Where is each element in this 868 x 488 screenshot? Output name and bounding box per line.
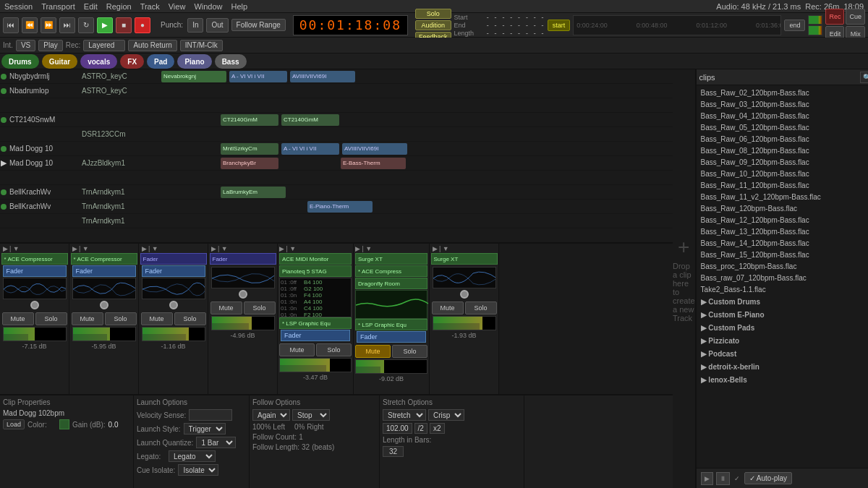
clip-item[interactable]: Bass_Raw_06_120bpm-Bass.flac <box>698 133 868 145</box>
transport-loop[interactable]: ↻ <box>78 17 94 33</box>
color-swatch[interactable] <box>59 419 69 429</box>
menu-view[interactable]: View <box>169 2 186 11</box>
launch-style-select[interactable]: Trigger Gate Toggle <box>184 423 226 435</box>
clip-item[interactable]: Bass_Raw_12_120bpm-Bass.flac <box>698 214 868 226</box>
drums-pill[interactable]: Drums <box>1 54 39 69</box>
clip-item[interactable]: Bass_Raw_04_120bpm-Bass.flac <box>698 110 868 121</box>
plugin-pianoteq[interactable]: Pianoteq 5 STAG <box>279 265 352 277</box>
crisp-select[interactable]: Crisp <box>428 409 464 421</box>
pad-pill[interactable]: Pad <box>147 54 174 69</box>
autoplay-button[interactable]: ✓ Auto-play <box>744 472 792 484</box>
cue-isolate-select[interactable]: Isolate Follow <box>178 464 218 476</box>
plugin-lsp-eq-6[interactable]: * LSP Graphic Equ <box>355 319 427 330</box>
track-clip[interactable]: CT2140GmM <box>281 114 339 126</box>
mute-7[interactable]: Mute <box>432 301 464 314</box>
track-clip[interactable]: A - VI VI i VII <box>229 71 287 82</box>
solo-7[interactable]: Solo <box>465 301 497 314</box>
transport-stop[interactable]: ■ <box>116 17 132 33</box>
follow-action-2[interactable]: Stop Again <box>292 409 330 421</box>
clip-item[interactable]: Bass_Raw_11_120bpm-Bass.flac <box>698 179 868 191</box>
transport-ffwd[interactable]: ⏩ <box>41 17 56 33</box>
punch-in-button[interactable]: In <box>187 18 203 33</box>
bass-pill[interactable]: Bass <box>215 54 247 69</box>
plugin-slot-ace-comp-2[interactable]: * ACE Compressor <box>71 253 137 265</box>
rec-transport-btn[interactable]: Rec <box>825 9 844 25</box>
solo-6[interactable]: Solo <box>392 345 427 358</box>
play-button[interactable]: Play <box>38 40 62 51</box>
punch-out-button[interactable]: Out <box>206 18 228 33</box>
clip-item[interactable]: Take2_Bass-1.1.flac <box>698 283 868 295</box>
solo-button[interactable]: Solo <box>415 9 451 19</box>
play-icon[interactable]: ▶ <box>701 472 713 485</box>
track-clip[interactable]: Nevabrokgnj <box>161 71 226 82</box>
audition-button[interactable]: Audition <box>415 20 451 30</box>
fader-2[interactable]: Fader <box>72 265 136 277</box>
track-clip[interactable]: AVIIIIVIIVI69I <box>290 71 355 82</box>
pause-icon[interactable]: ⏸ <box>716 472 730 485</box>
track-clip[interactable]: A - VI VI i VII <box>281 143 339 155</box>
clip-item[interactable]: Bass_raw_07_120bpm-Bass.flac <box>698 272 868 283</box>
fader-3[interactable]: Fader <box>142 265 205 277</box>
clip-item[interactable]: Bass_Raw_120bpm-Bass.flac <box>698 202 868 214</box>
folder-lenox[interactable]: ▶ lenox-Bells <box>698 373 868 386</box>
folder-custom-pads[interactable]: ▶ Custom Pads <box>698 321 868 334</box>
plugin-slot-ace-comp-1[interactable]: * ACE Compressor <box>1 253 68 265</box>
solo-2[interactable]: Solo <box>105 312 137 325</box>
mute-1[interactable]: Mute <box>2 312 34 325</box>
folder-pizzicato[interactable]: ▶ Pizzicato <box>698 334 868 347</box>
solo-1[interactable]: Solo <box>35 312 67 325</box>
plugin-surge-xt-7[interactable]: Surge XT <box>431 253 498 265</box>
solo-4[interactable]: Solo <box>244 301 276 314</box>
menu-help[interactable]: Help <box>231 2 248 11</box>
plugin-dragonfly-room[interactable]: Dragonfly Room <box>355 278 427 289</box>
folder-detroit[interactable]: ▶ detroit-x-berlin <box>698 360 868 373</box>
legato-select[interactable]: Legato Staccato <box>169 450 216 462</box>
follow-action-1[interactable]: Again Stop Next <box>252 409 290 421</box>
menu-transport[interactable]: Transport <box>41 2 75 11</box>
int-clk-button[interactable]: INT/M-Clk <box>180 40 223 51</box>
plugin-ace-comp-6[interactable]: * ACE Compress <box>355 265 427 277</box>
plugin-surge-xt-6[interactable]: Surge XT <box>355 253 427 265</box>
transport-record[interactable]: ● <box>135 17 150 33</box>
clip-item[interactable]: Bass_Raw_02_120bpm-Bass.flac <box>698 87 868 98</box>
auto-return-button[interactable]: Auto Return <box>128 40 176 51</box>
mute-6[interactable]: Mute <box>355 345 391 358</box>
clip-item[interactable]: Bass_Raw_15_120bpm-Bass.flac <box>698 249 868 260</box>
clip-item[interactable]: Bass_Raw_08_120bpm-Bass.flac <box>698 145 868 156</box>
track-clip[interactable]: LaBrumkyEm <box>221 187 286 198</box>
folder-podcast[interactable]: ▶ Podcast <box>698 347 868 360</box>
transport-end[interactable]: ⏭ <box>59 17 75 33</box>
plugin-fader-4[interactable]: Fader <box>210 253 276 265</box>
track-clip[interactable]: E-Piano-Therm <box>307 201 373 213</box>
clip-item[interactable]: Bass_Raw_13_120bpm-Bass.flac <box>698 226 868 237</box>
vs-button[interactable]: VS <box>16 40 35 51</box>
clip-item[interactable]: Bass_Raw_14_120bpm-Bass.flac <box>698 237 868 249</box>
plugin-ace-midi[interactable]: ACE MIDI Monitor <box>279 253 352 265</box>
plugin-fader-3a[interactable]: Fader <box>140 253 207 265</box>
menu-window[interactable]: Window <box>194 2 222 11</box>
track-clip[interactable]: BranchpkyBr <box>221 158 278 169</box>
folder-custom-drums[interactable]: ▶ Custom Drums <box>698 295 868 308</box>
track-clip[interactable]: CT2140GmM <box>221 114 278 126</box>
fader-1[interactable]: Fader <box>3 265 67 277</box>
solo-5[interactable]: Solo <box>316 343 352 356</box>
mute-2[interactable]: Mute <box>72 312 103 325</box>
track-clip[interactable]: E-Bass-Therm <box>341 158 406 169</box>
mute-3[interactable]: Mute <box>141 312 173 325</box>
track-clip[interactable]: MntlSzrkyCm <box>221 143 278 155</box>
menu-track[interactable]: Track <box>140 2 160 11</box>
fx-pill[interactable]: FX <box>120 54 144 69</box>
velocity-input[interactable] <box>189 409 232 421</box>
fader-5[interactable]: Fader <box>281 330 350 341</box>
clip-item[interactable]: Bass_Raw_11_v2_120bpm-Bass.flac <box>698 191 868 202</box>
mute-5[interactable]: Mute <box>279 343 315 356</box>
track-clip[interactable]: AVIIIIVIIVI69I <box>342 143 407 155</box>
stretch-select[interactable]: Stretch <box>383 409 426 421</box>
folder-custom-epiano[interactable]: ▶ Custom E-Piano <box>698 308 868 321</box>
clip-item[interactable]: Bass_Raw_05_120bpm-Bass.flac <box>698 121 868 133</box>
start-button[interactable]: start <box>548 20 571 31</box>
transport-play[interactable]: ▶ <box>97 17 113 33</box>
layered-button[interactable]: Layered <box>83 40 125 51</box>
clip-item[interactable]: Bass_Raw_09_120bpm-Bass.flac <box>698 156 868 168</box>
vocals-pill[interactable]: vocals <box>80 54 117 69</box>
